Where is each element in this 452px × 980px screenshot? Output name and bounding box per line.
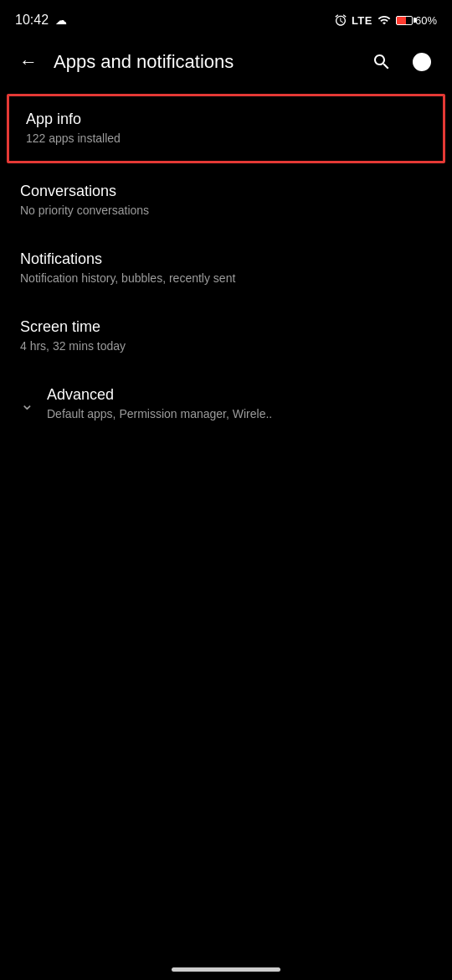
app-info-content: App info 122 apps installed [26,110,426,147]
conversations-content: Conversations No priority conversations [20,182,432,219]
settings-item-screen-time[interactable]: Screen time 4 hrs, 32 mins today [0,302,452,370]
advanced-content: Advanced Default apps, Permission manage… [47,385,432,423]
help-button[interactable] [405,45,439,79]
search-button[interactable] [365,45,398,79]
status-time: 10:42 [15,13,49,28]
back-button[interactable]: ← [13,47,44,77]
search-icon [372,52,392,72]
cloud-icon: ☁ [55,13,67,27]
status-left: 10:42 ☁ [15,13,67,28]
battery-percent: 60% [415,14,437,27]
status-right: LTE 60% [334,13,437,27]
help-icon [412,52,432,72]
nav-bar [0,938,452,980]
notifications-subtitle: Notification history, bubbles, recently … [20,271,432,287]
advanced-subtitle: Default apps, Permission manager, Wirele… [47,406,432,423]
page-title: Apps and notifications [54,51,355,73]
settings-list: App info 122 apps installed Conversation… [0,94,452,438]
app-bar: ← Apps and notifications [0,37,452,87]
lte-indicator: LTE [352,14,372,27]
settings-item-conversations[interactable]: Conversations No priority conversations [0,167,452,235]
battery-indicator: 60% [396,14,437,27]
settings-item-app-info[interactable]: App info 122 apps installed [7,94,445,163]
app-info-subtitle: 122 apps installed [26,131,426,147]
signal-icon [377,13,392,27]
advanced-title: Advanced [47,385,432,405]
conversations-title: Conversations [20,182,432,201]
battery-icon [396,16,413,25]
settings-item-notifications[interactable]: Notifications Notification history, bubb… [0,235,452,302]
notifications-content: Notifications Notification history, bubb… [20,250,432,287]
status-bar: 10:42 ☁ LTE 60% [0,0,452,37]
back-arrow-icon: ← [19,51,38,73]
screen-time-content: Screen time 4 hrs, 32 mins today [20,317,432,355]
app-bar-actions [365,45,439,79]
settings-item-advanced[interactable]: ⌄ Advanced Default apps, Permission mana… [0,370,452,438]
screen-time-title: Screen time [20,317,432,337]
conversations-subtitle: No priority conversations [20,203,432,219]
nav-pill [172,967,280,972]
screen-time-subtitle: 4 hrs, 32 mins today [20,338,432,355]
chevron-down-icon: ⌄ [20,394,47,414]
app-info-title: App info [26,110,426,129]
alarm-icon [334,13,347,27]
notifications-title: Notifications [20,250,432,269]
